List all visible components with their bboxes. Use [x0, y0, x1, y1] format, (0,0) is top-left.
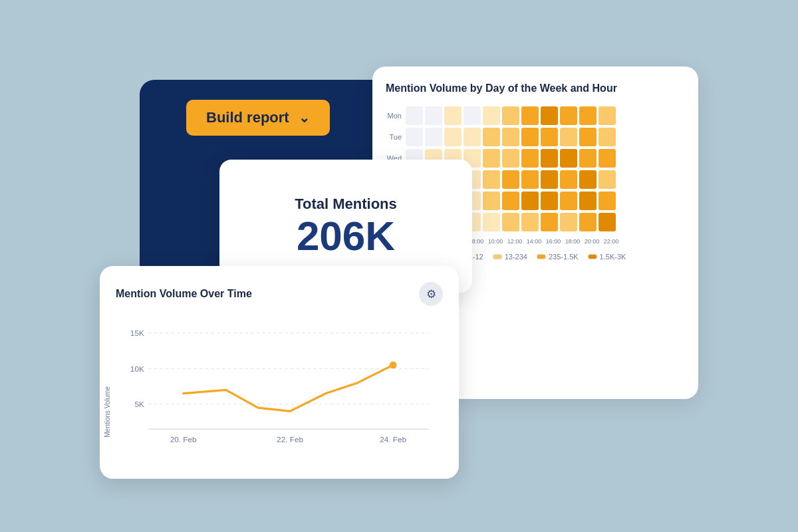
heatmap-cell	[406, 128, 423, 146]
heatmap-cell	[483, 192, 500, 210]
heatmap-day-label: Tue	[386, 133, 406, 141]
legend-dot	[588, 254, 597, 259]
heatmap-cell	[560, 128, 577, 146]
heatmap-row: Mon	[386, 106, 685, 125]
scene: Build report ⌄ Total Mentions 206K Menti…	[100, 40, 698, 492]
heatmap-x-label: 12:00	[506, 238, 523, 245]
heatmap-cell	[560, 149, 577, 168]
heatmap-x-label: 10:00	[487, 238, 504, 245]
heatmap-cell	[483, 213, 500, 231]
heatmap-cell	[502, 149, 519, 168]
heatmap-cell	[560, 213, 577, 231]
heatmap-x-label: 22:00	[602, 238, 620, 245]
legend-label: 235-1.5K	[549, 253, 579, 261]
heatmap-cell	[541, 170, 558, 189]
heatmap-cell	[444, 128, 462, 146]
heatmap-x-label: 14:00	[525, 238, 543, 245]
svg-text:20. Feb: 20. Feb	[170, 435, 197, 444]
svg-text:24. Feb: 24. Feb	[380, 435, 406, 444]
heatmap-cell	[541, 149, 558, 168]
legend-dot	[493, 254, 502, 259]
heatmap-cell	[521, 106, 539, 125]
heatmap-cell	[579, 170, 597, 189]
heatmap-title: Mention Volume by Day of the Week and Ho…	[386, 82, 685, 94]
heatmap-cell	[502, 192, 519, 210]
heatmap-cell	[560, 106, 577, 125]
heatmap-day-label: Mon	[386, 112, 406, 120]
build-report-button[interactable]: Build report ⌄	[186, 100, 330, 136]
svg-text:10K: 10K	[130, 364, 144, 373]
heatmap-cell	[444, 106, 462, 125]
heatmap-cell	[483, 106, 500, 125]
heatmap-cell	[598, 149, 616, 168]
total-mentions-value: 206K	[297, 215, 395, 257]
heatmap-cell	[521, 149, 539, 168]
legend-dot	[537, 254, 546, 259]
heatmap-cell	[521, 170, 539, 189]
heatmap-cell	[406, 106, 423, 125]
linechart-svg: 15K 10K 5K 20. Feb 22. Feb 24. Feb	[116, 317, 443, 456]
heatmap-cell	[598, 106, 616, 125]
svg-text:15K: 15K	[130, 329, 144, 337]
heatmap-cell	[579, 149, 597, 168]
heatmap-cell	[483, 128, 500, 146]
heatmap-cell	[579, 106, 597, 125]
linechart-title: Mention Volume Over Time	[116, 288, 252, 300]
heatmap-cell	[502, 170, 519, 189]
heatmap-cell	[521, 192, 539, 210]
heatmap-cell	[579, 128, 597, 146]
linechart-header: Mention Volume Over Time ⚙	[116, 282, 443, 306]
heatmap-cell	[521, 213, 539, 231]
svg-text:5K: 5K	[134, 400, 144, 408]
chevron-down-icon: ⌄	[299, 110, 310, 126]
linechart-area: Mentions Volume 15K 10K 5K 20. Feb 22. F…	[116, 317, 443, 456]
legend-item: 1.5K-3K	[588, 253, 626, 261]
heatmap-cell	[560, 192, 577, 210]
heatmap-cell	[521, 128, 539, 146]
build-report-label: Build report	[206, 109, 289, 126]
heatmap-cell	[560, 170, 577, 189]
heatmap-cell	[502, 128, 519, 146]
heatmap-cell	[598, 170, 616, 189]
heatmap-cell	[541, 213, 558, 231]
heatmap-cell	[502, 106, 519, 125]
heatmap-cell	[579, 213, 597, 231]
gear-icon: ⚙	[426, 287, 436, 301]
legend-item: 13-234	[493, 253, 527, 261]
legend-label: 1.5K-3K	[600, 253, 626, 261]
heatmap-row: Tue	[386, 128, 685, 146]
heatmap-cell	[425, 106, 442, 125]
legend-item: 235-1.5K	[537, 253, 579, 261]
heatmap-cell	[579, 192, 597, 210]
heatmap-cell	[464, 106, 481, 125]
svg-point-10	[390, 362, 397, 369]
heatmap-x-label: 16:00	[545, 238, 562, 245]
svg-text:22. Feb: 22. Feb	[277, 435, 303, 444]
heatmap-cell	[541, 192, 558, 210]
line-chart-card: Mention Volume Over Time ⚙ Mentions Volu…	[100, 266, 459, 479]
heatmap-cell	[541, 106, 558, 125]
heatmap-cell	[598, 213, 616, 231]
heatmap-cell	[425, 128, 442, 146]
total-mentions-label: Total Mentions	[295, 196, 397, 213]
heatmap-x-label: 18:00	[564, 238, 581, 245]
gear-button[interactable]: ⚙	[419, 282, 443, 306]
heatmap-cell	[502, 213, 519, 231]
heatmap-cell	[598, 128, 616, 146]
heatmap-x-label: 20:00	[583, 238, 600, 245]
y-axis-label: Mentions Volume	[104, 386, 111, 438]
heatmap-cell	[598, 192, 616, 210]
heatmap-cell	[483, 149, 500, 168]
heatmap-cell	[483, 170, 500, 189]
legend-label: 13-234	[505, 253, 527, 261]
heatmap-cell	[541, 128, 558, 146]
heatmap-cell	[464, 128, 481, 146]
